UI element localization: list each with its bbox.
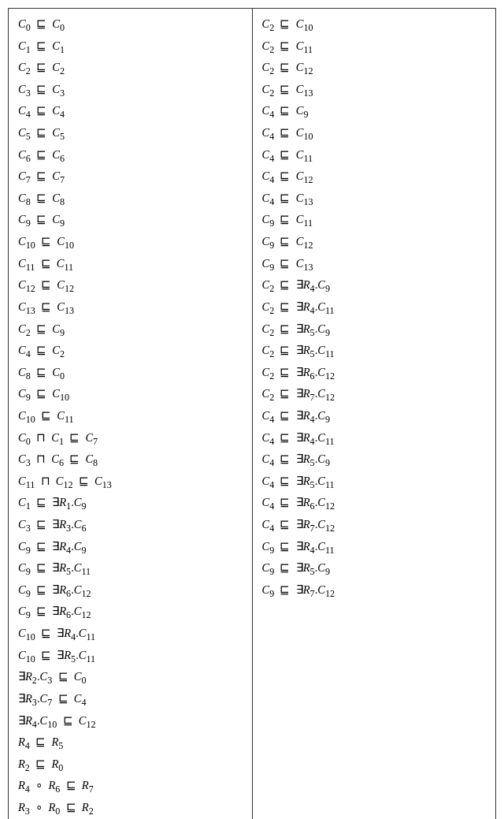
right-row-10: C9 ⊑ C12 [262,233,487,253]
table-body: C0 ⊑ C0C1 ⊑ C1C2 ⊑ C2C3 ⊑ C3C4 ⊑ C4C5 ⊑ … [9,9,495,819]
left-row-23: C3 ⊑ ∃R3.C6 [18,516,243,536]
left-row-22: C1 ⊑ ∃R1.C9 [18,493,243,514]
left-row-21: C11 ⊓ C12 ⊑ C13 [18,472,243,493]
right-row-23: C4 ⊑ ∃R7.C12 [262,516,487,536]
left-row-33: R4 ⊑ R5 [18,733,243,754]
right-row-17: C2 ⊑ ∃R7.C12 [262,385,487,405]
right-row-2: C2 ⊑ C12 [262,58,487,79]
left-row-11: C11 ⊑ C11 [18,255,243,275]
left-row-20: C3 ⊓ C6 ⊑ C8 [18,450,243,471]
left-row-30: ∃R2.C3 ⊑ C0 [18,668,243,688]
left-row-10: C10 ⊑ C10 [18,233,243,253]
left-row-17: C9 ⊑ C10 [18,385,243,405]
left-row-12: C12 ⊑ C12 [18,276,243,296]
left-row-15: C4 ⊑ C2 [18,341,243,362]
right-row-13: C2 ⊑ ∃R4.C11 [262,298,487,318]
left-row-1: C1 ⊑ C1 [18,37,243,58]
right-row-16: C2 ⊑ ∃R6.C12 [262,363,487,384]
right-row-19: C4 ⊑ ∃R4.C11 [262,429,487,449]
left-row-7: C7 ⊑ C7 [18,167,243,188]
left-row-34: R2 ⊑ R0 [18,755,243,776]
right-row-24: C9 ⊑ ∃R4.C11 [262,538,487,558]
right-row-25: C9 ⊑ ∃R5.C9 [262,559,487,579]
left-row-14: C2 ⊑ C9 [18,320,243,341]
left-row-4: C4 ⊑ C4 [18,102,243,122]
left-row-9: C9 ⊑ C9 [18,210,243,231]
right-row-14: C2 ⊑ ∃R5.C9 [262,320,487,341]
left-row-3: C3 ⊑ C3 [18,80,243,101]
left-row-2: C2 ⊑ C2 [18,58,243,79]
left-row-6: C6 ⊑ C6 [18,146,243,166]
left-row-13: C13 ⊑ C13 [18,298,243,318]
right-row-1: C2 ⊑ C11 [262,37,487,58]
right-row-22: C4 ⊑ ∃R6.C12 [262,493,487,514]
right-row-5: C4 ⊑ C10 [262,124,487,144]
left-row-19: C0 ⊓ C1 ⊑ C7 [18,429,243,449]
right-row-9: C9 ⊑ C11 [262,210,487,231]
left-row-36: R3 ∘ R0 ⊑ R2 [18,799,243,819]
right-row-26: C9 ⊑ ∃R7.C12 [262,581,487,601]
left-row-18: C10 ⊑ C11 [18,407,243,427]
left-row-32: ∃R4.C10 ⊑ C12 [18,712,243,732]
left-row-25: C9 ⊑ ∃R5.C11 [18,559,243,579]
right-row-21: C4 ⊑ ∃R5.C11 [262,472,487,493]
right-row-8: C4 ⊑ C13 [262,189,487,210]
left-row-8: C8 ⊑ C8 [18,189,243,210]
right-row-15: C2 ⊑ ∃R5.C11 [262,341,487,362]
right-row-4: C4 ⊑ C9 [262,102,487,122]
right-row-3: C2 ⊑ C13 [262,80,487,101]
left-row-28: C10 ⊑ ∃R4.C11 [18,624,243,645]
left-row-26: C9 ⊑ ∃R6.C12 [18,581,243,601]
left-row-5: C5 ⊑ C5 [18,124,243,144]
right-row-12: C2 ⊑ ∃R4.C9 [262,276,487,296]
left-column: C0 ⊑ C0C1 ⊑ C1C2 ⊑ C2C3 ⊑ C3C4 ⊑ C4C5 ⊑ … [9,9,253,819]
right-row-18: C4 ⊑ ∃R4.C9 [262,407,487,427]
right-row-11: C9 ⊑ C13 [262,255,487,275]
left-row-31: ∃R3.C7 ⊑ C4 [18,690,243,710]
right-row-7: C4 ⊑ C12 [262,167,487,188]
right-row-6: C4 ⊑ C11 [262,146,487,166]
left-row-29: C10 ⊑ ∃R5.C11 [18,646,243,667]
right-column: C2 ⊑ C10C2 ⊑ C11C2 ⊑ C12C2 ⊑ C13C4 ⊑ C9C… [253,9,496,819]
main-table: C0 ⊑ C0C1 ⊑ C1C2 ⊑ C2C3 ⊑ C3C4 ⊑ C4C5 ⊑ … [8,8,496,819]
left-row-0: C0 ⊑ C0 [18,15,243,35]
right-row-20: C4 ⊑ ∃R5.C9 [262,450,487,471]
left-row-35: R4 ∘ R6 ⊑ R7 [18,776,243,797]
left-row-27: C9 ⊑ ∃R6.C12 [18,602,243,623]
left-row-16: C8 ⊑ C0 [18,363,243,384]
right-row-0: C2 ⊑ C10 [262,15,487,35]
left-row-24: C9 ⊑ ∃R4.C9 [18,538,243,558]
